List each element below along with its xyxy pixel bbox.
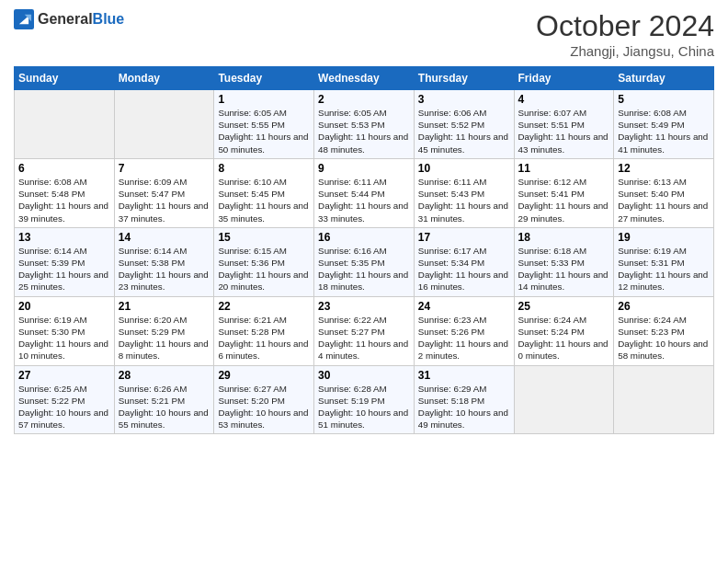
calendar-cell: 25Sunrise: 6:24 AMSunset: 5:24 PMDayligh… — [514, 296, 614, 365]
calendar-cell: 1Sunrise: 6:05 AMSunset: 5:55 PMDaylight… — [214, 90, 314, 159]
weekday-header-sunday: Sunday — [15, 67, 115, 90]
day-info: Sunrise: 6:11 AMSunset: 5:44 PMDaylight:… — [318, 176, 410, 224]
day-info: Sunrise: 6:13 AMSunset: 5:40 PMDaylight:… — [618, 176, 710, 224]
page-header: GeneralBlue October 2024 Zhangji, Jiangs… — [14, 9, 714, 59]
day-number: 4 — [518, 93, 610, 106]
day-info: Sunrise: 6:08 AMSunset: 5:48 PMDaylight:… — [18, 176, 110, 224]
calendar-cell: 14Sunrise: 6:14 AMSunset: 5:38 PMDayligh… — [114, 227, 214, 296]
calendar-cell: 30Sunrise: 6:28 AMSunset: 5:19 PMDayligh… — [314, 365, 415, 434]
day-info: Sunrise: 6:23 AMSunset: 5:26 PMDaylight:… — [418, 314, 510, 362]
day-number: 1 — [218, 93, 310, 106]
day-number: 9 — [318, 162, 410, 175]
calendar-cell: 2Sunrise: 6:05 AMSunset: 5:53 PMDaylight… — [314, 90, 415, 159]
calendar-cell: 4Sunrise: 6:07 AMSunset: 5:51 PMDaylight… — [514, 90, 614, 159]
calendar-cell: 8Sunrise: 6:10 AMSunset: 5:45 PMDaylight… — [214, 158, 314, 227]
title-block: October 2024 Zhangji, Jiangsu, China — [536, 9, 714, 59]
day-number: 3 — [418, 93, 510, 106]
day-info: Sunrise: 6:22 AMSunset: 5:27 PMDaylight:… — [318, 314, 410, 362]
day-info: Sunrise: 6:19 AMSunset: 5:31 PMDaylight:… — [618, 245, 710, 293]
calendar-cell: 21Sunrise: 6:20 AMSunset: 5:29 PMDayligh… — [114, 296, 214, 365]
day-number: 6 — [18, 162, 110, 175]
calendar-cell: 3Sunrise: 6:06 AMSunset: 5:52 PMDaylight… — [414, 90, 514, 159]
day-info: Sunrise: 6:24 AMSunset: 5:23 PMDaylight:… — [618, 314, 710, 362]
day-number: 10 — [418, 162, 510, 175]
calendar-cell: 16Sunrise: 6:16 AMSunset: 5:35 PMDayligh… — [314, 227, 415, 296]
day-number: 22 — [218, 300, 310, 313]
day-number: 5 — [618, 93, 710, 106]
day-info: Sunrise: 6:29 AMSunset: 5:18 PMDaylight:… — [418, 383, 510, 431]
day-number: 26 — [618, 300, 710, 313]
calendar-cell: 9Sunrise: 6:11 AMSunset: 5:44 PMDaylight… — [314, 158, 415, 227]
day-info: Sunrise: 6:21 AMSunset: 5:28 PMDaylight:… — [218, 314, 310, 362]
day-number: 23 — [318, 300, 410, 313]
calendar-cell: 13Sunrise: 6:14 AMSunset: 5:39 PMDayligh… — [15, 227, 115, 296]
weekday-header-saturday: Saturday — [614, 67, 714, 90]
day-number: 27 — [18, 369, 110, 382]
day-number: 28 — [119, 369, 210, 382]
day-number: 31 — [418, 369, 510, 382]
calendar-cell — [114, 90, 214, 159]
weekday-header-monday: Monday — [114, 67, 214, 90]
calendar-cell: 26Sunrise: 6:24 AMSunset: 5:23 PMDayligh… — [614, 296, 714, 365]
day-number: 12 — [618, 162, 710, 175]
day-number: 20 — [18, 300, 110, 313]
calendar-cell: 28Sunrise: 6:26 AMSunset: 5:21 PMDayligh… — [114, 365, 214, 434]
day-info: Sunrise: 6:14 AMSunset: 5:38 PMDaylight:… — [119, 245, 210, 293]
calendar-title: October 2024 — [536, 9, 714, 43]
day-info: Sunrise: 6:06 AMSunset: 5:52 PMDaylight:… — [418, 107, 510, 155]
day-info: Sunrise: 6:09 AMSunset: 5:47 PMDaylight:… — [119, 176, 210, 224]
day-info: Sunrise: 6:28 AMSunset: 5:19 PMDaylight:… — [318, 383, 410, 431]
calendar-cell: 6Sunrise: 6:08 AMSunset: 5:48 PMDaylight… — [15, 158, 115, 227]
day-info: Sunrise: 6:14 AMSunset: 5:39 PMDaylight:… — [18, 245, 110, 293]
day-info: Sunrise: 6:25 AMSunset: 5:22 PMDaylight:… — [18, 383, 110, 431]
day-info: Sunrise: 6:07 AMSunset: 5:51 PMDaylight:… — [518, 107, 610, 155]
calendar-cell — [614, 365, 714, 434]
calendar-cell: 19Sunrise: 6:19 AMSunset: 5:31 PMDayligh… — [614, 227, 714, 296]
calendar-week-3: 13Sunrise: 6:14 AMSunset: 5:39 PMDayligh… — [15, 227, 714, 296]
day-number: 13 — [18, 231, 110, 244]
calendar-cell: 29Sunrise: 6:27 AMSunset: 5:20 PMDayligh… — [214, 365, 314, 434]
day-number: 24 — [418, 300, 510, 313]
day-info: Sunrise: 6:19 AMSunset: 5:30 PMDaylight:… — [18, 314, 110, 362]
calendar-week-2: 6Sunrise: 6:08 AMSunset: 5:48 PMDaylight… — [15, 158, 714, 227]
weekday-header-tuesday: Tuesday — [214, 67, 314, 90]
day-info: Sunrise: 6:16 AMSunset: 5:35 PMDaylight:… — [318, 245, 410, 293]
logo-icon — [14, 9, 34, 29]
day-number: 17 — [418, 231, 510, 244]
day-info: Sunrise: 6:11 AMSunset: 5:43 PMDaylight:… — [418, 176, 510, 224]
day-number: 11 — [518, 162, 610, 175]
calendar-cell — [15, 90, 115, 159]
day-info: Sunrise: 6:17 AMSunset: 5:34 PMDaylight:… — [418, 245, 510, 293]
calendar-cell: 12Sunrise: 6:13 AMSunset: 5:40 PMDayligh… — [614, 158, 714, 227]
day-info: Sunrise: 6:10 AMSunset: 5:45 PMDaylight:… — [218, 176, 310, 224]
day-number: 25 — [518, 300, 610, 313]
day-number: 15 — [218, 231, 310, 244]
calendar-week-1: 1Sunrise: 6:05 AMSunset: 5:55 PMDaylight… — [15, 90, 714, 159]
calendar-subtitle: Zhangji, Jiangsu, China — [536, 43, 714, 59]
day-info: Sunrise: 6:18 AMSunset: 5:33 PMDaylight:… — [518, 245, 610, 293]
day-info: Sunrise: 6:05 AMSunset: 5:55 PMDaylight:… — [218, 107, 310, 155]
calendar-cell: 18Sunrise: 6:18 AMSunset: 5:33 PMDayligh… — [514, 227, 614, 296]
day-number: 18 — [518, 231, 610, 244]
logo-general: GeneralBlue — [38, 11, 124, 28]
day-number: 8 — [218, 162, 310, 175]
day-number: 7 — [119, 162, 210, 175]
calendar-cell: 31Sunrise: 6:29 AMSunset: 5:18 PMDayligh… — [414, 365, 514, 434]
day-info: Sunrise: 6:05 AMSunset: 5:53 PMDaylight:… — [318, 107, 410, 155]
logo: GeneralBlue — [14, 9, 124, 29]
day-number: 2 — [318, 93, 410, 106]
calendar-week-4: 20Sunrise: 6:19 AMSunset: 5:30 PMDayligh… — [15, 296, 714, 365]
day-info: Sunrise: 6:15 AMSunset: 5:36 PMDaylight:… — [218, 245, 310, 293]
calendar-cell: 24Sunrise: 6:23 AMSunset: 5:26 PMDayligh… — [414, 296, 514, 365]
day-info: Sunrise: 6:08 AMSunset: 5:49 PMDaylight:… — [618, 107, 710, 155]
day-info: Sunrise: 6:27 AMSunset: 5:20 PMDaylight:… — [218, 383, 310, 431]
calendar-cell: 23Sunrise: 6:22 AMSunset: 5:27 PMDayligh… — [314, 296, 415, 365]
calendar-cell: 5Sunrise: 6:08 AMSunset: 5:49 PMDaylight… — [614, 90, 714, 159]
day-info: Sunrise: 6:20 AMSunset: 5:29 PMDaylight:… — [119, 314, 210, 362]
day-number: 21 — [119, 300, 210, 313]
day-info: Sunrise: 6:26 AMSunset: 5:21 PMDaylight:… — [119, 383, 210, 431]
calendar-cell: 27Sunrise: 6:25 AMSunset: 5:22 PMDayligh… — [15, 365, 115, 434]
day-info: Sunrise: 6:12 AMSunset: 5:41 PMDaylight:… — [518, 176, 610, 224]
day-number: 30 — [318, 369, 410, 382]
day-number: 16 — [318, 231, 410, 244]
